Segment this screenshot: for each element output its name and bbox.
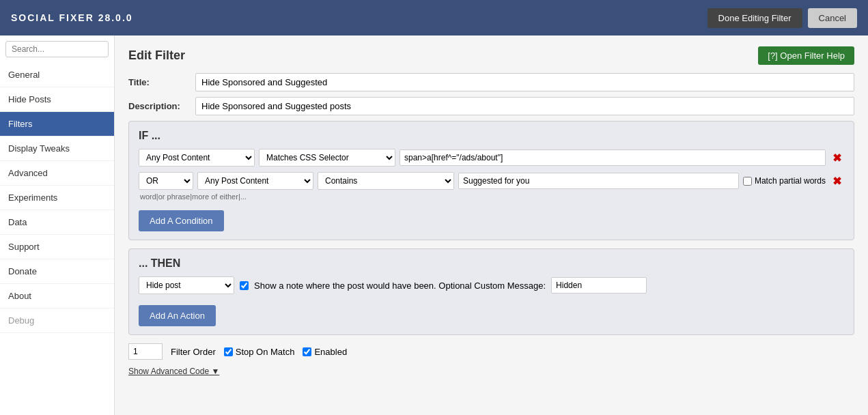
sidebar-item-debug[interactable]: Debug bbox=[0, 309, 114, 333]
sidebar-item-advanced[interactable]: Advanced bbox=[0, 161, 114, 186]
done-editing-button[interactable]: Done Editing Filter bbox=[708, 8, 802, 28]
if-section: IF ... Any Post Content Matches CSS Sele… bbox=[128, 121, 854, 240]
header-buttons: Done Editing Filter Cancel bbox=[708, 8, 857, 28]
show-note-checkbox[interactable] bbox=[240, 281, 249, 290]
edit-filter-header: Edit Filter [?] Open Filter Help bbox=[128, 46, 854, 65]
layout: GeneralHide PostsFiltersDisplay TweaksAd… bbox=[0, 35, 868, 415]
sidebar-item-general[interactable]: General bbox=[0, 63, 114, 87]
match-partial-label: Match partial words bbox=[755, 176, 826, 186]
main-content: Edit Filter [?] Open Filter Help Title: … bbox=[115, 35, 868, 415]
enabled-checkbox[interactable] bbox=[303, 347, 311, 356]
sidebar-item-display-tweaks[interactable]: Display Tweaks bbox=[0, 137, 114, 161]
condition-2-operator-select[interactable]: Contains bbox=[318, 172, 454, 190]
edit-filter-title: Edit Filter bbox=[128, 48, 185, 63]
header: SOCIAL FIXER 28.0.0 Done Editing Filter … bbox=[0, 0, 868, 35]
filter-order-label: Filter Order bbox=[171, 347, 216, 357]
show-note-label: Show a note where the post would have be… bbox=[254, 281, 546, 291]
description-row: Description: bbox=[128, 97, 854, 115]
sidebar: GeneralHide PostsFiltersDisplay TweaksAd… bbox=[0, 35, 115, 415]
condition-1-field-select[interactable]: Any Post Content bbox=[139, 149, 255, 167]
condition-1-operator-select[interactable]: Matches CSS Selector bbox=[259, 149, 395, 167]
title-row: Title: bbox=[128, 73, 854, 91]
add-condition-button[interactable]: Add A Condition bbox=[139, 210, 224, 231]
description-label: Description: bbox=[128, 101, 190, 111]
sidebar-items-container: GeneralHide PostsFiltersDisplay TweaksAd… bbox=[0, 63, 114, 333]
condition-2-connector-select[interactable]: OR AND bbox=[139, 172, 193, 190]
title-input[interactable] bbox=[195, 73, 854, 91]
sidebar-item-donate[interactable]: Donate bbox=[0, 259, 114, 284]
action-select[interactable]: Hide post bbox=[139, 276, 234, 294]
add-action-button[interactable]: Add An Action bbox=[139, 305, 216, 326]
sidebar-item-data[interactable]: Data bbox=[0, 210, 114, 235]
enabled-container: Enabled bbox=[303, 347, 347, 357]
sidebar-item-filters[interactable]: Filters bbox=[0, 112, 114, 137]
sidebar-item-hide-posts[interactable]: Hide Posts bbox=[0, 87, 114, 112]
condition-2-hint: word|or phrase|more of either|... bbox=[140, 192, 844, 201]
condition-1-remove-button[interactable]: ✖ bbox=[830, 152, 844, 164]
open-filter-help-button[interactable]: [?] Open Filter Help bbox=[758, 46, 854, 65]
match-partial-checkbox[interactable] bbox=[743, 177, 752, 186]
title-label: Title: bbox=[128, 77, 190, 87]
match-partial-container: Match partial words bbox=[743, 176, 826, 186]
condition-row-2: OR AND Any Post Content Contains Match p… bbox=[139, 172, 844, 190]
sidebar-item-about[interactable]: About bbox=[0, 284, 114, 309]
sidebar-item-support[interactable]: Support bbox=[0, 235, 114, 259]
cancel-button[interactable]: Cancel bbox=[808, 8, 857, 28]
show-advanced-link[interactable]: Show Advanced Code ▼ bbox=[128, 367, 854, 376]
description-input[interactable] bbox=[195, 97, 854, 115]
then-heading: ... THEN bbox=[139, 257, 844, 270]
footer-row: Filter Order Stop On Match Enabled bbox=[128, 343, 854, 360]
stop-on-match-container: Stop On Match bbox=[224, 347, 295, 357]
stop-on-match-checkbox[interactable] bbox=[224, 347, 233, 356]
condition-row-1: Any Post Content Matches CSS Selector ✖ bbox=[139, 149, 844, 167]
enabled-label: Enabled bbox=[314, 347, 347, 357]
sidebar-search-container bbox=[0, 35, 114, 63]
condition-1-value-input[interactable] bbox=[400, 149, 826, 166]
sidebar-item-experiments[interactable]: Experiments bbox=[0, 186, 114, 210]
app-title: SOCIAL FIXER 28.0.0 bbox=[11, 12, 133, 23]
condition-2-field-select[interactable]: Any Post Content bbox=[197, 172, 313, 190]
stop-on-match-label: Stop On Match bbox=[236, 347, 295, 357]
filter-order-input[interactable] bbox=[128, 343, 163, 360]
search-input[interactable] bbox=[5, 41, 109, 57]
then-action-row: Hide post Show a note where the post wou… bbox=[139, 276, 844, 294]
then-section: ... THEN Hide post Show a note where the… bbox=[128, 248, 854, 335]
custom-message-input[interactable] bbox=[551, 277, 647, 294]
if-heading: IF ... bbox=[139, 130, 844, 142]
condition-2-value-input[interactable] bbox=[458, 173, 739, 189]
condition-2-remove-button[interactable]: ✖ bbox=[830, 175, 844, 188]
